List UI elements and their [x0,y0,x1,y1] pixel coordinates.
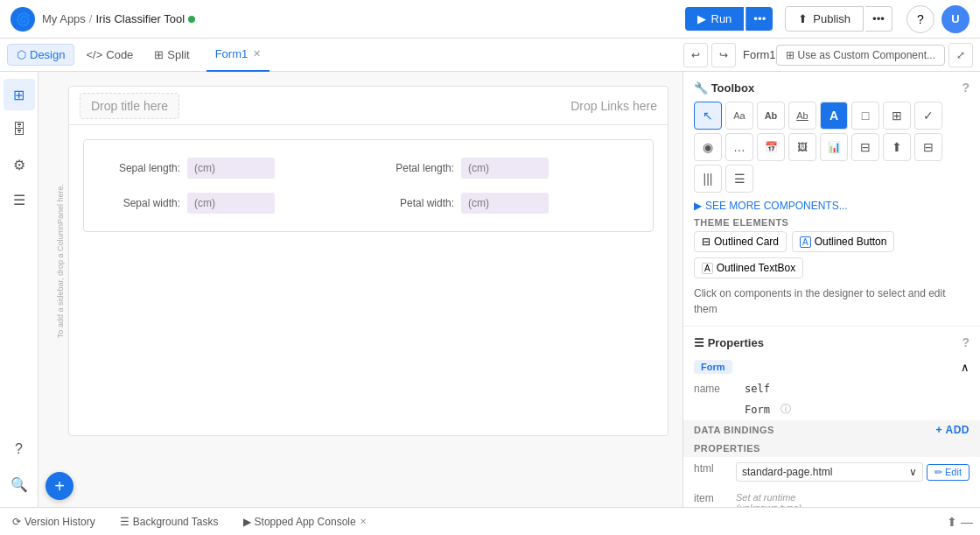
drop-title[interactable]: Drop title here [80,93,179,119]
breadcrumb: My Apps / Iris Classifier Tool [42,12,195,25]
tool-rows[interactable]: ☰ [725,165,753,193]
tool-cursor[interactable]: ↖ [694,102,722,130]
version-history-label: Version History [24,516,95,528]
bottom-icon2[interactable]: — [961,515,973,529]
outlined-card-label: Outlined Card [714,236,779,248]
toolbox-title: Toolbox [711,81,755,95]
sepal-width-input[interactable]: (cm) [187,193,275,214]
app-console-icon: ▶ [243,516,251,528]
version-history-tab[interactable]: ⟳ Version History [7,514,101,530]
theme-outlined-textbox[interactable]: A Outlined TextBox [694,257,803,278]
theme-outlined-card[interactable]: ⊟ Outlined Card [694,231,787,252]
item-runtime-text: Set at runtime [736,492,970,503]
run-button[interactable]: ▶ Run [685,7,745,31]
sidebar-icon-list[interactable]: ☰ [4,184,35,215]
form-collapse-icon[interactable]: ∧ [961,361,970,374]
properties-title: Properties [708,336,764,349]
tab-label: Form1 [215,47,248,60]
properties-bar[interactable]: PROPERTIES [683,440,980,457]
left-sidebar: ⊞ 🗄 ⚙ ☰ ? 🔍 [0,72,38,507]
run-play-icon: ▶ [697,12,706,25]
publish-button-group: ⬆ Publish ••• [785,6,892,32]
tool-button-blue[interactable]: A [820,102,848,130]
redo-button[interactable]: ↪ [711,43,736,67]
canvas-area: To add a sidebar, drop a ColumnPanel her… [38,72,682,507]
tool-radio[interactable]: ◉ [694,133,722,161]
tool-image[interactable]: 🖼 [788,133,816,161]
tool-align-center[interactable]: ⊟ [914,133,942,161]
form-info-icon[interactable]: ⓘ [780,402,791,417]
split-label: Split [167,48,189,61]
background-tasks-tab[interactable]: ☰ Background Tasks [115,514,224,530]
form-body: Sepal length: (cm) Petal length: (cm) Se… [69,125,668,246]
name-value: self [745,383,770,395]
name-row: name self [683,379,980,398]
tool-table[interactable]: ⊟ [851,133,879,161]
tool-double-square[interactable]: ⊞ [883,102,911,130]
sidebar-icon-database[interactable]: 🗄 [4,114,35,145]
drop-links[interactable]: Drop Links here [570,99,657,113]
sidebar-icon-settings[interactable]: ⚙ [4,149,35,180]
tool-text-underline[interactable]: Ab [788,102,816,130]
custom-component-button[interactable]: ⊞ Use as Custom Component... [776,45,945,66]
html-value-dropdown[interactable]: standard-page.html ∨ [736,462,923,482]
breadcrumb-app[interactable]: My Apps [42,12,86,25]
tool-check[interactable]: ✓ [914,102,942,130]
tab-form1[interactable]: Form1 ✕ [206,39,270,72]
avatar[interactable]: U [942,5,970,33]
tool-text-bold[interactable]: Ab [757,102,785,130]
topbar: 🌀 My Apps / Iris Classifier Tool ▶ Run •… [0,0,980,39]
data-bindings-bar[interactable]: DATA BINDINGS + ADD [683,420,980,440]
expand-button[interactable]: ⤢ [948,43,973,67]
drop-title-bar: Drop title here Drop Links here [69,87,668,125]
mode-tab-split[interactable]: ⊞ Split [144,44,199,66]
app-console-close-icon[interactable]: ✕ [360,517,367,526]
properties-section: ☰ Properties ? Form ∧ name self Form ⓘ [683,327,980,507]
sepal-length-input[interactable]: (cm) [187,158,275,179]
tool-chart[interactable]: 📊 [820,133,848,161]
publish-button[interactable]: ⬆ Publish [785,6,864,32]
toolbox-info-text: Click on components in the designer to s… [694,285,970,317]
help-button[interactable]: ? [906,5,934,33]
sidebar-icon-question[interactable]: ? [4,433,35,465]
outlined-textbox-icon: A [702,263,713,274]
add-binding-button[interactable]: + ADD [936,424,970,436]
publish-more-icon: ••• [872,12,885,25]
undo-button[interactable]: ↩ [683,43,708,67]
toolbox-help-icon[interactable]: ? [962,81,970,95]
item-property-row: item Set at runtime (unknown type) [683,487,980,507]
app-console-tab[interactable]: ▶ Stopped App Console ✕ [238,514,372,530]
help-icon: ? [917,12,924,26]
sidebar-icon-grid[interactable]: ⊞ [4,79,35,110]
tool-columns[interactable]: ||| [694,165,722,193]
run-more-button[interactable]: ••• [746,7,773,31]
petal-width-input[interactable]: (cm) [461,193,549,214]
tool-dots[interactable]: … [725,133,753,161]
tool-upload[interactable]: ⬆ [883,133,911,161]
sidebar-icon-search[interactable]: 🔍 [4,468,35,500]
publish-label: Publish [813,12,850,25]
see-more-link[interactable]: ▶ SEE MORE COMPONENTS... [694,200,970,212]
petal-width-label: Petal width: [375,197,454,209]
petal-length-input[interactable]: (cm) [461,158,549,179]
html-key: html [694,462,729,475]
breadcrumb-project[interactable]: Iris Classifier Tool [95,12,185,25]
theme-elements: ⊟ Outlined Card A Outlined Button A Outl… [694,231,970,278]
bottom-expand-icon[interactable]: ⬆ [947,515,957,529]
fab-add-button[interactable]: + [46,472,74,500]
tool-text-aa[interactable]: Aa [725,102,753,130]
avatar-initials: U [951,12,959,25]
tool-calendar[interactable]: 📅 [757,133,785,161]
form-canvas[interactable]: Drop title here Drop Links here Sepal le… [68,86,668,436]
publish-more-button[interactable]: ••• [865,6,892,32]
form-grid: Sepal length: (cm) Petal length: (cm) Se… [83,139,654,232]
theme-outlined-button[interactable]: A Outlined Button [792,231,894,252]
properties-help-icon[interactable]: ? [962,335,970,349]
mode-tab-design[interactable]: ⬡ Design [7,44,74,66]
properties-header: ☰ Properties ? [683,327,980,358]
mode-tab-code[interactable]: </> Code [76,44,143,66]
form-row-prop: Form ⓘ [683,398,980,420]
tab-close-icon[interactable]: ✕ [253,48,261,60]
html-edit-button[interactable]: ✏ Edit [927,464,970,481]
tool-square[interactable]: □ [851,102,879,130]
